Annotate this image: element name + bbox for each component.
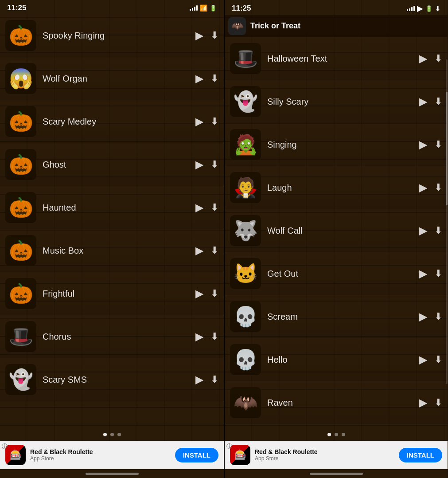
sound-item-halloween-text: 🎩Halloween Text▶⬇ (225, 37, 448, 80)
download-button-chorus[interactable]: ⬇ (210, 331, 218, 342)
ad-info-icon: ⓘ (2, 443, 8, 451)
sound-item-ghost: 🎃Ghost▶⬇ (0, 143, 224, 186)
sound-item-hello: 💀Hello▶⬇ (225, 338, 448, 381)
right-page-dot-2[interactable] (335, 433, 338, 436)
right-sound-list: 🎩Halloween Text▶⬇👻Silly Scary▶⬇🧟Singing▶… (225, 37, 448, 428)
app-header-icon: 🦇 (228, 17, 246, 35)
wifi-icon: 📶 (200, 4, 207, 12)
sound-icon-raven: 🦇 (230, 387, 261, 418)
sound-item-singing: 🧟Singing▶⬇ (225, 123, 448, 166)
ad-text: Red & Black Roulette App Store (30, 448, 171, 462)
sound-icon-scream: 💀 (230, 301, 261, 332)
page-dot-2[interactable] (110, 433, 114, 436)
play-button-halloween-text[interactable]: ▶ (419, 52, 427, 65)
play-button-wolf-organ[interactable]: ▶ (195, 72, 203, 85)
sound-name-laugh: Laugh (267, 183, 412, 193)
sound-icon-silly-scary: 👻 (230, 86, 261, 117)
download-button-frightful[interactable]: ⬇ (210, 288, 218, 299)
sound-name-wolf-call: Wolf Call (267, 226, 412, 236)
sound-icon-haunted: 🎃 (5, 192, 36, 223)
ad-subtitle: App Store (30, 455, 171, 462)
play-button-spooky-ringing[interactable]: ▶ (195, 29, 203, 42)
play-button-frightful[interactable]: ▶ (195, 287, 203, 300)
right-ad-title: Red & Black Roulette (255, 448, 394, 455)
play-button-raven[interactable]: ▶ (419, 396, 427, 409)
sound-name-scream: Scream (267, 312, 412, 322)
play-button-scary-sms[interactable]: ▶ (195, 373, 203, 386)
download-button-scream[interactable]: ⬇ (434, 311, 442, 322)
download-button-raven[interactable]: ⬇ (434, 397, 442, 408)
download-button-halloween-text[interactable]: ⬇ (434, 53, 442, 64)
sound-icon-wolf-organ: 😱 (5, 63, 36, 94)
page-dot-3[interactable] (117, 433, 121, 436)
play-button-ghost[interactable]: ▶ (195, 158, 203, 171)
sound-icon-scary-medley: 🎃 (5, 106, 36, 137)
sound-icon-get-out: 🐱 (230, 258, 261, 289)
scrollbar-track[interactable] (446, 59, 448, 384)
sound-icon-frightful: 🎃 (5, 278, 36, 309)
play-button-music-box[interactable]: ▶ (195, 244, 203, 257)
download-button-scary-sms[interactable]: ⬇ (210, 374, 218, 385)
play-button-get-out[interactable]: ▶ (419, 267, 427, 280)
left-ad-banner: ⓘ 🎰 Red & Black Roulette App Store INSTA… (0, 441, 224, 469)
download-button-silly-scary[interactable]: ⬇ (434, 96, 442, 107)
right-play-header-icon[interactable]: ▶ (417, 4, 423, 13)
sound-name-singing: Singing (267, 140, 412, 150)
play-button-chorus[interactable]: ▶ (195, 330, 203, 343)
right-panel: 11:25 ▶ 🔋 ⬇ 🦇 Trick or Treat 🎩Halloween … (224, 0, 448, 478)
play-button-singing[interactable]: ▶ (419, 138, 427, 151)
play-button-laugh[interactable]: ▶ (419, 181, 427, 194)
page-dot-1[interactable] (103, 433, 107, 436)
download-button-laugh[interactable]: ⬇ (434, 182, 442, 193)
right-download-header-icon[interactable]: ⬇ (435, 4, 440, 13)
download-button-singing[interactable]: ⬇ (434, 139, 442, 150)
right-install-button[interactable]: INSTALL (399, 448, 442, 462)
play-button-scream[interactable]: ▶ (419, 310, 427, 323)
right-ad-subtitle: App Store (255, 455, 394, 462)
ad-icon: 🎰 (5, 445, 26, 465)
download-button-wolf-call[interactable]: ⬇ (434, 225, 442, 236)
right-signal-icon (407, 6, 415, 11)
signal-icon (190, 5, 198, 11)
sound-name-get-out: Get Out (267, 269, 412, 279)
download-button-get-out[interactable]: ⬇ (434, 268, 442, 279)
download-button-scary-medley[interactable]: ⬇ (210, 116, 218, 127)
sound-name-raven: Raven (267, 398, 412, 408)
scrollbar-thumb[interactable] (446, 92, 448, 205)
sound-icon-singing: 🧟 (230, 129, 261, 160)
left-panel: 11:25 📶 🔋 🎃Spooky Ringing▶⬇😱Wolf Organ▶⬇… (0, 0, 224, 478)
sound-icon-chorus: 🎩 (5, 321, 36, 352)
sound-item-music-box: 🎃Music Box▶⬇ (0, 229, 224, 272)
sound-name-hello: Hello (267, 355, 412, 365)
sound-item-scary-medley: 🎃Scary Medley▶⬇ (0, 100, 224, 143)
sound-icon-laugh: 🧛 (230, 172, 261, 203)
play-button-wolf-call[interactable]: ▶ (419, 224, 427, 237)
right-home-bar (310, 473, 363, 475)
right-page-dot-3[interactable] (342, 433, 345, 436)
sound-name-music-box: Music Box (43, 246, 188, 256)
left-home-bar (86, 473, 139, 475)
sound-icon-wolf-call: 🐺 (230, 215, 261, 246)
download-button-music-box[interactable]: ⬇ (210, 245, 218, 256)
right-time: 11:25 (232, 4, 251, 13)
sound-name-wolf-organ: Wolf Organ (43, 74, 188, 84)
sound-name-spooky-ringing: Spooky Ringing (43, 31, 188, 41)
play-button-silly-scary[interactable]: ▶ (419, 95, 427, 108)
download-button-ghost[interactable]: ⬇ (210, 159, 218, 170)
sound-name-silly-scary: Silly Scary (267, 97, 412, 107)
play-button-haunted[interactable]: ▶ (195, 201, 203, 214)
download-button-spooky-ringing[interactable]: ⬇ (210, 30, 218, 41)
right-status-bar: 11:25 ▶ 🔋 ⬇ (225, 0, 448, 15)
download-button-hello[interactable]: ⬇ (434, 354, 442, 365)
sound-icon-ghost: 🎃 (5, 149, 36, 180)
app-header-title: Trick or Treat (250, 21, 444, 31)
play-button-scary-medley[interactable]: ▶ (195, 115, 203, 128)
right-pagination (225, 428, 448, 441)
right-home-indicator (225, 469, 448, 478)
right-page-dot-1[interactable] (327, 433, 331, 436)
play-button-hello[interactable]: ▶ (419, 353, 427, 366)
download-button-wolf-organ[interactable]: ⬇ (210, 73, 218, 84)
download-button-haunted[interactable]: ⬇ (210, 202, 218, 213)
left-install-button[interactable]: INSTALL (175, 448, 218, 462)
right-ad-info-icon: ⓘ (226, 443, 232, 451)
